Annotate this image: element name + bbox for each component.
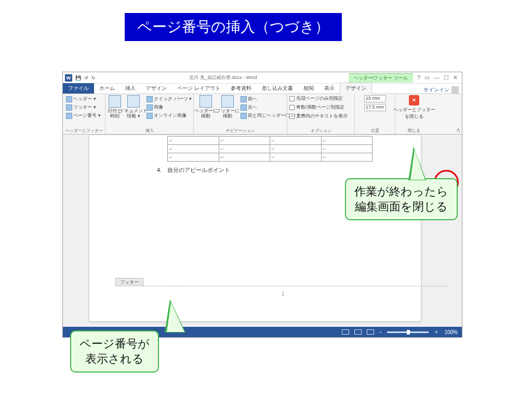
online-picture-icon xyxy=(147,113,153,119)
quickparts-icon xyxy=(147,96,153,102)
goto-footer-icon xyxy=(221,95,234,108)
next-icon xyxy=(241,104,247,111)
collapse-ribbon-icon[interactable]: ᐱ xyxy=(457,128,460,133)
close-header-footer-button[interactable]: ✕ ヘッダーとフッター を閉じる xyxy=(393,95,435,120)
group-navigation: ナビゲーション xyxy=(196,127,285,134)
print-layout-icon[interactable] xyxy=(342,329,349,335)
help-icon[interactable]: ? xyxy=(417,74,420,81)
page: ↵↵↵↵ ↵↵↵↵ ↵↵↵↵ 4. 自分のアピールポイント フッター 1 xyxy=(89,135,421,322)
close-icon[interactable]: ✕ xyxy=(453,74,458,81)
document-table: ↵↵↵↵ ↵↵↵↵ ↵↵↵↵ xyxy=(167,136,373,162)
ribbon: ヘッダー ▾ フッター ▾ ページ番号 ▾ ヘッダーとフッター 日付と 時刻 ド… xyxy=(63,94,462,135)
docinfo-button[interactable]: ドキュメント 情報 ▾ xyxy=(124,95,143,119)
goto-header-icon xyxy=(200,95,212,108)
ribbon-tabs: ファイル ホーム 挿入 デザイン ページ レイアウト 参考資料 差し込み文書 校… xyxy=(63,84,462,94)
zoom-level[interactable]: 100% xyxy=(444,329,458,335)
page-number-dropdown[interactable]: ページ番号 ▾ xyxy=(65,112,102,119)
tab-page-layout[interactable]: ページ レイアウト xyxy=(172,83,225,94)
document-heading: 4. 自分のアピールポイント xyxy=(157,166,230,174)
picture-button[interactable]: 画像 xyxy=(145,103,193,111)
calendar-icon xyxy=(109,95,121,108)
prev-icon xyxy=(241,96,247,102)
top-margin-icon xyxy=(357,96,363,102)
header-dropdown[interactable]: ヘッダー ▾ xyxy=(65,95,102,103)
show-text-checkbox[interactable]: ✓文書内のテキストを表示 xyxy=(289,113,348,119)
zoom-out-button[interactable]: − xyxy=(379,329,382,335)
sign-in-link[interactable]: サインイン xyxy=(423,86,462,94)
close-hf-icon: ✕ xyxy=(409,95,419,105)
footer-icon xyxy=(66,104,72,111)
callout-close-editor: 作業が終わったら編集画面を閉じる xyxy=(345,178,458,220)
group-position: 位置 xyxy=(357,127,393,134)
header-icon xyxy=(66,96,72,102)
document-area: ↵↵↵↵ ↵↵↵↵ ↵↵↵↵ 4. 自分のアピールポイント フッター 1 xyxy=(63,135,462,327)
footer-label-tab: フッター xyxy=(115,278,143,286)
online-picture-button[interactable]: オンライン画像 xyxy=(145,112,193,119)
bottom-margin-icon xyxy=(357,104,363,111)
footer-position-input[interactable]: 17.5 mm xyxy=(357,104,386,111)
tab-file[interactable]: ファイル xyxy=(63,83,94,94)
footer-dropdown[interactable]: フッター ▾ xyxy=(65,103,102,111)
goto-header-button[interactable]: ヘッダーに 移動 xyxy=(196,95,216,119)
footer-divider xyxy=(115,286,448,286)
tab-references[interactable]: 参考資料 xyxy=(225,83,257,94)
header-position-input[interactable]: 15 mm xyxy=(357,95,386,102)
first-page-checkbox[interactable]: 先頭ページのみ別指定 xyxy=(289,95,348,102)
link-icon xyxy=(241,113,247,119)
callout-page-number: ページ番号が表示される xyxy=(70,330,159,373)
read-mode-icon[interactable] xyxy=(354,329,362,335)
quickparts-button[interactable]: クイック パーツ ▾ xyxy=(145,95,193,103)
tab-hf-design[interactable]: デザイン xyxy=(340,83,372,94)
tab-home[interactable]: ホーム xyxy=(94,83,120,94)
odd-even-checkbox[interactable]: 奇数/偶数ページ別指定 xyxy=(289,104,348,111)
tab-design[interactable]: デザイン xyxy=(141,83,172,94)
page-number-display: 1 xyxy=(282,291,285,297)
group-insert: 挿入 xyxy=(108,127,191,134)
slide-title: ページ番号の挿入（つづき） xyxy=(125,13,342,41)
tab-insert[interactable]: 挿入 xyxy=(120,83,141,94)
restore-icon[interactable]: ☐ xyxy=(444,74,449,81)
pagenum-icon xyxy=(66,113,72,119)
tab-mailings[interactable]: 差し込み文書 xyxy=(257,83,298,94)
tab-view[interactable]: 表示 xyxy=(319,83,340,94)
picture-icon xyxy=(147,104,153,111)
context-tools-label: ヘッダー/フッター ツール xyxy=(349,73,413,83)
zoom-in-button[interactable]: ＋ xyxy=(434,328,439,336)
tab-review[interactable]: 校閲 xyxy=(298,83,319,94)
fullscreen-icon[interactable]: ▭ xyxy=(424,74,430,81)
group-close: 閉じる xyxy=(397,127,431,134)
web-layout-icon[interactable] xyxy=(367,329,374,335)
save-icon[interactable]: 💾 xyxy=(75,75,81,81)
docinfo-icon xyxy=(127,95,140,108)
group-options: オプション xyxy=(289,127,352,134)
undo-icon[interactable]: ↺ xyxy=(84,75,88,81)
document-title: 北川 見_自己紹介書.docx - Word xyxy=(98,74,349,81)
goto-footer-button[interactable]: フッターに 移動 xyxy=(218,95,237,119)
avatar-icon xyxy=(451,86,459,94)
title-bar: W 💾 ↺ ↻ 北川 見_自己紹介書.docx - Word ヘッダー/フッター… xyxy=(63,72,462,84)
minimize-icon[interactable]: — xyxy=(434,74,440,81)
group-header-footer: ヘッダーとフッター xyxy=(65,127,103,134)
redo-icon[interactable]: ↻ xyxy=(91,75,96,81)
zoom-slider[interactable] xyxy=(387,331,429,333)
word-icon: W xyxy=(65,74,72,82)
